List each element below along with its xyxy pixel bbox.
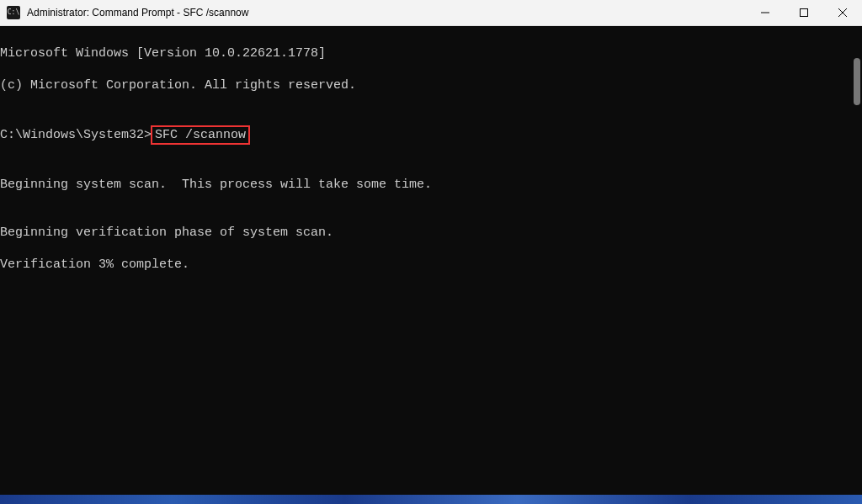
terminal-output[interactable]: Microsoft Windows [Version 10.0.22621.17… xyxy=(0,26,862,495)
prompt-path: C:\Windows\System32> xyxy=(0,128,152,142)
close-icon xyxy=(838,8,847,17)
terminal-line: Verification 3% complete. xyxy=(0,257,862,273)
command-prompt-window: C:\ Administrator: Command Prompt - SFC … xyxy=(0,0,862,495)
window-title: Administrator: Command Prompt - SFC /sca… xyxy=(27,7,746,19)
taskbar[interactable] xyxy=(0,495,862,504)
scrollbar-thumb[interactable] xyxy=(854,58,860,105)
minimize-button[interactable] xyxy=(746,0,785,25)
terminal-line: Beginning system scan. This process will… xyxy=(0,177,862,193)
close-button[interactable] xyxy=(823,0,862,25)
command-highlight: SFC /scannow xyxy=(151,125,250,145)
minimize-icon xyxy=(761,8,769,17)
cmd-icon: C:\ xyxy=(7,6,20,19)
terminal-line: (c) Microsoft Corporation. All rights re… xyxy=(0,77,862,93)
maximize-button[interactable] xyxy=(785,0,823,25)
svg-rect-1 xyxy=(801,9,808,17)
terminal-line: Microsoft Windows [Version 10.0.22621.17… xyxy=(0,45,862,61)
maximize-icon xyxy=(800,8,808,17)
window-controls xyxy=(746,0,862,25)
terminal-line: Beginning verification phase of system s… xyxy=(0,225,862,241)
titlebar[interactable]: C:\ Administrator: Command Prompt - SFC … xyxy=(0,0,862,26)
terminal-prompt-line: C:\Windows\System32>SFC /scannow xyxy=(0,125,862,145)
